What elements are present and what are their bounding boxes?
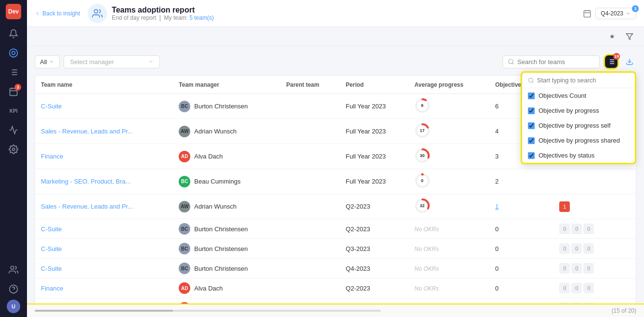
manager-cell: BC Burton Christensen: [179, 223, 275, 235]
sidebar-bottom: U: [5, 261, 22, 313]
manager-cell: BC Burton Christensen: [179, 101, 275, 112]
period: Q3-2023: [340, 239, 409, 259]
dropdown-item[interactable]: Objective by progress self: [522, 118, 635, 133]
team-name-link[interactable]: Marketing - SEO, Product, Bra...: [41, 178, 131, 185]
sidebar-item-kpi[interactable]: KPI: [5, 102, 22, 119]
column-checkbox[interactable]: [528, 122, 535, 129]
search-input[interactable]: [517, 58, 594, 66]
count-box: 0: [559, 303, 570, 304]
column-filter-badge: 19: [613, 53, 620, 60]
team-link[interactable]: 5 team(s): [189, 14, 214, 21]
team-name-link[interactable]: Sales - Revenue, Leads and Pr...: [41, 128, 133, 135]
bottom-bar: (15 of 20): [27, 304, 644, 317]
objectives-cell: 2: [489, 169, 553, 194]
column-checkbox[interactable]: [528, 92, 535, 99]
team-name-link[interactable]: Finance: [41, 285, 63, 292]
count-box: 0: [571, 243, 582, 254]
manager-cell: AW Adrian Wunsch: [179, 201, 275, 212]
dropdown-item[interactable]: Objectives Count: [522, 88, 635, 103]
team-name-link[interactable]: C-Suite: [41, 103, 62, 110]
help-col: [611, 298, 636, 304]
report-icon: [88, 4, 107, 23]
manager-avatar: BC: [179, 223, 190, 235]
table-row: Finance AD Alva Dach Q3-2023No OKRs0000: [35, 298, 636, 304]
objectives-cell: 0: [489, 259, 553, 278]
topbar-right: Q4-2023 3: [583, 8, 636, 19]
manager-name: Alva Dach: [194, 285, 223, 292]
manager-avatar: AD: [179, 302, 190, 304]
svg-point-22: [509, 59, 513, 64]
dropdown-item[interactable]: Objective by progress: [522, 103, 635, 118]
sidebar-item-chart[interactable]: [5, 121, 22, 139]
col-avg-progress: Average progress: [409, 76, 489, 94]
team-name-link[interactable]: C-Suite: [41, 245, 62, 252]
col-team-name: Team name: [35, 76, 173, 94]
table-row: Sales - Revenue, Leads and Pr... AW Adri…: [35, 194, 636, 219]
team-name-link[interactable]: Sales - Revenue, Leads and Pr...: [41, 203, 133, 210]
svg-marker-21: [626, 34, 632, 40]
manager-cell: BC Burton Christensen: [179, 263, 275, 274]
user-avatar[interactable]: U: [7, 300, 20, 313]
sidebar-item-settings[interactable]: [5, 141, 22, 158]
parent-team: [280, 94, 340, 119]
count-box: 0: [583, 243, 594, 254]
dropdown-search-input[interactable]: [537, 77, 629, 84]
dropdown-item[interactable]: Objectives by status: [522, 148, 635, 163]
svg-point-13: [11, 266, 14, 270]
manager-placeholder: Select manager: [70, 58, 114, 66]
progress-cell: No OKRs: [409, 259, 489, 278]
date-selector[interactable]: Q4-2023 3: [595, 8, 636, 19]
objectives-cell: 1: [489, 194, 553, 219]
filter-icon[interactable]: [623, 30, 636, 43]
sidebar-item-calendar[interactable]: 3: [5, 83, 22, 100]
column-checkbox[interactable]: [528, 137, 535, 144]
star-icon[interactable]: ★: [605, 30, 619, 43]
team-name-link[interactable]: C-Suite: [41, 265, 62, 272]
col-period: Period: [340, 76, 409, 94]
dropdown-search-row: [522, 73, 635, 88]
topbar: Back to insight Teams adoption report En…: [27, 0, 644, 27]
help-col: [611, 278, 636, 298]
count-box: 0: [571, 224, 582, 234]
count-row: 000: [559, 243, 605, 254]
column-option-label: Objectives by status: [539, 152, 594, 159]
dropdown-search-icon: [528, 77, 534, 84]
column-checkbox[interactable]: [528, 152, 535, 159]
parent-team: [280, 219, 340, 239]
svg-line-23: [513, 63, 514, 65]
manager-avatar: AD: [179, 282, 190, 294]
parent-team: [280, 298, 340, 304]
manager-avatar: BC: [179, 263, 190, 274]
team-name-link[interactable]: C-Suite: [41, 225, 62, 233]
logo[interactable]: Dev: [6, 4, 21, 19]
sidebar-item-list[interactable]: [5, 64, 22, 81]
back-link[interactable]: Back to insight: [35, 10, 80, 17]
manager-avatar: BC: [179, 243, 190, 254]
table-row: C-Suite BC Burton Christensen Q4-2023No …: [35, 259, 636, 278]
filters-row: All Select manager 19: [35, 54, 636, 69]
all-filter[interactable]: All: [35, 55, 60, 68]
progress-cell: No OKRs: [409, 219, 489, 239]
download-button[interactable]: [623, 55, 636, 68]
counts-cell: 000: [553, 298, 611, 304]
column-filter-button[interactable]: 19: [604, 54, 619, 69]
sidebar-item-team[interactable]: [5, 261, 22, 278]
sidebar: Dev 3 KPI U: [0, 0, 27, 317]
team-name-link[interactable]: Finance: [41, 153, 63, 160]
column-checkbox[interactable]: [528, 107, 535, 114]
sidebar-item-help[interactable]: [5, 280, 22, 298]
help-col: [611, 259, 636, 278]
objectives-link[interactable]: 1: [495, 203, 499, 210]
sidebar-item-analytics[interactable]: [5, 44, 22, 62]
report-info: Teams adoption report End of day report …: [112, 6, 583, 21]
count-box: 0: [583, 224, 594, 234]
sidebar-item-notifications[interactable]: [5, 25, 22, 42]
count-box-badge: 1: [559, 201, 570, 212]
search-teams[interactable]: [502, 55, 600, 68]
count-row: 000: [559, 303, 605, 304]
dropdown-item[interactable]: Objective by progress shared: [522, 133, 635, 148]
manager-cell: AD Alva Dach: [179, 151, 275, 162]
search-icon: [508, 58, 514, 65]
manager-filter[interactable]: Select manager: [64, 55, 160, 68]
progress-cell: No OKRs: [409, 239, 489, 259]
